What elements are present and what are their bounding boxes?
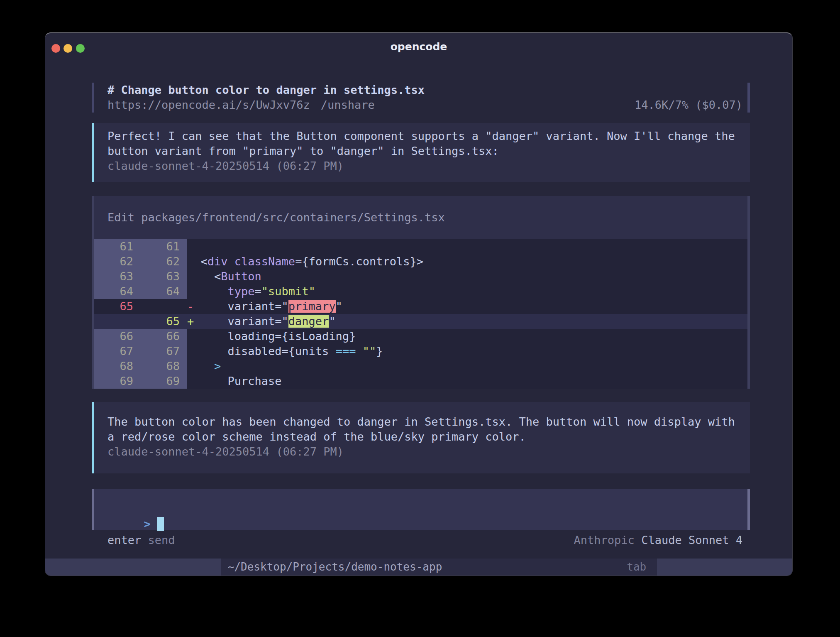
code-token: ===: [336, 345, 356, 358]
diff-code-line: >: [187, 359, 747, 374]
unshare-command[interactable]: /unshare: [321, 98, 375, 113]
code-token: ": [336, 300, 342, 313]
hint-enter-key: enter: [107, 533, 141, 548]
code-token: [228, 255, 234, 268]
code-token: disabled={units: [187, 345, 336, 358]
code-token: =: [255, 285, 261, 298]
message-line: Perfect! I can see that the Button compo…: [107, 129, 742, 144]
build-mode-badge: BUILD MODE: [657, 559, 792, 576]
tab-key-hint: tab: [627, 559, 657, 576]
prompt-input[interactable]: >: [92, 489, 750, 530]
diff-line-number-new: 67: [141, 344, 187, 359]
model-meta: claude-sonnet-4-20250514 (06:27 PM): [107, 159, 742, 174]
token-usage: 14.6K/7% ($0.07): [635, 98, 742, 113]
screen: opencode # Change button color to danger…: [0, 0, 840, 637]
edit-tool-block: Edit packages/frontend/src/containers/Se…: [92, 196, 750, 389]
diff-row: 6363 <Button: [94, 269, 747, 284]
code-token: className: [234, 255, 295, 268]
window-title: opencode: [45, 39, 792, 54]
code-token: -: [187, 300, 194, 313]
code-token: [187, 285, 228, 298]
hint-send-label: [141, 533, 148, 548]
code-token: Purchase: [187, 375, 282, 387]
session-header: # Change button color to danger in setti…: [92, 83, 750, 113]
code-token: "": [363, 345, 376, 358]
share-url: https://opencode.ai/s/UwJxv76z: [107, 98, 310, 113]
diff-row: 6262 <div className={formCs.controls}>: [94, 254, 747, 269]
diff-row: 65+ variant="danger": [94, 314, 747, 329]
hint-send-label: send: [148, 533, 175, 548]
code-token: variant=": [194, 315, 288, 328]
diff-code-line: + variant="danger": [187, 314, 747, 329]
diff-line-number-new: 66: [141, 329, 187, 344]
diff-line-number-old: 62: [94, 254, 141, 269]
diff-code-line: loading={isLoading}: [187, 329, 747, 344]
code-token: variant=": [194, 300, 288, 313]
diff-line-number-new: 62: [141, 254, 187, 269]
diff-row: 6868 >: [94, 359, 747, 374]
model-label: Claude Sonnet 4: [641, 533, 742, 548]
code-token: Button: [221, 270, 261, 283]
diff-row: 6969 Purchase: [94, 374, 747, 389]
diff-code-line: [187, 239, 747, 254]
diff-line-number-old: 66: [94, 329, 141, 344]
diff-code-line: <div className={formCs.controls}>: [187, 254, 747, 269]
diff-line-number-old: [94, 314, 141, 329]
diff-line-number-new: 65: [141, 314, 187, 329]
prompt-symbol: >: [144, 517, 151, 530]
diff-row: 6666 loading={isLoading}: [94, 329, 747, 344]
diff-row: 6161: [94, 239, 747, 254]
diff-code-line: <Button: [187, 269, 747, 284]
code-token: ={formCs.controls}>: [295, 255, 423, 268]
edit-tool-header: Edit packages/frontend/src/containers/Se…: [94, 210, 747, 225]
diff-code-line: disabled={units === ""}: [187, 344, 747, 359]
diff-line-number-new: 64: [141, 284, 187, 299]
diff-row: 65- variant="primary": [94, 299, 747, 314]
text-cursor: [157, 517, 164, 531]
diff-line-number-new: 61: [141, 239, 187, 254]
diff-code-line: Purchase: [187, 374, 747, 389]
diff-view: 61616262 <div className={formCs.controls…: [94, 239, 747, 389]
diff-line-number-new: [141, 299, 187, 314]
code-token: danger: [288, 315, 329, 328]
code-token: "submit": [261, 285, 315, 298]
diff-code-line: type="submit": [187, 284, 747, 299]
message-line: button variant from "primary" to "danger…: [107, 144, 742, 159]
code-token: ": [329, 315, 335, 328]
app-name: opencode v0.3.11: [45, 559, 221, 576]
diff-line-number-new: 69: [141, 374, 187, 389]
code-token: type: [228, 285, 255, 298]
titlebar: opencode: [45, 33, 792, 60]
code-token: <: [187, 255, 208, 268]
diff-line-number-old: 61: [94, 239, 141, 254]
diff-line-number-old: 68: [94, 359, 141, 374]
code-token: }: [376, 345, 383, 358]
session-title: # Change button color to danger in setti…: [92, 83, 750, 98]
code-token: div: [208, 255, 228, 268]
hints-row: enter send Anthropic Claude Sonnet 4: [92, 533, 750, 548]
diff-line-number-old: 69: [94, 374, 141, 389]
diff-line-number-new: 63: [141, 269, 187, 284]
code-token: +: [187, 315, 194, 328]
diff-line-number-new: 68: [141, 359, 187, 374]
code-token: loading={isLoading}: [187, 330, 356, 343]
model-label: [635, 533, 641, 548]
diff-line-number-old: 64: [94, 284, 141, 299]
diff-row: 6767 disabled={units === ""}: [94, 344, 747, 359]
app-window: opencode # Change button color to danger…: [45, 32, 793, 576]
model-meta: claude-sonnet-4-20250514 (06:27 PM): [107, 444, 742, 459]
diff-line-number-old: 67: [94, 344, 141, 359]
code-token: primary: [288, 300, 336, 313]
diff-line-number-old: 63: [94, 269, 141, 284]
code-token: <: [187, 270, 221, 283]
diff-code-line: - variant="primary": [187, 299, 747, 314]
message-line: The button color has been changed to dan…: [107, 414, 742, 429]
provider-label: Anthropic: [574, 533, 635, 548]
diff-line-number-old: 65: [94, 299, 141, 314]
working-directory: ~/Desktop/Projects/demo-notes-app: [221, 559, 442, 576]
code-token: [356, 345, 362, 358]
diff-row: 6464 type="submit": [94, 284, 747, 299]
assistant-message: The button color has been changed to dan…: [92, 402, 750, 473]
message-line: a red/rose color scheme instead of the b…: [107, 429, 742, 444]
status-bar: opencode v0.3.11 ~/Desktop/Projects/demo…: [45, 559, 792, 576]
